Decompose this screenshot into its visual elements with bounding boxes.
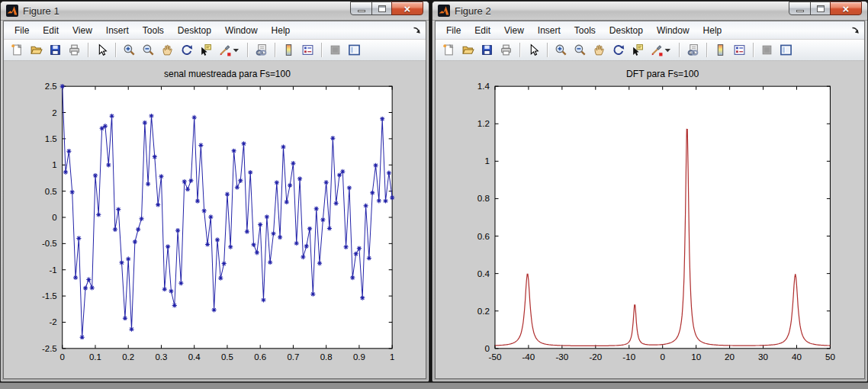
- zoom-out-button[interactable]: [139, 41, 157, 59]
- dropdown-caret-button[interactable]: [234, 41, 243, 59]
- menu-item-file[interactable]: File: [8, 22, 36, 39]
- svg-text:0.5: 0.5: [221, 352, 233, 362]
- svg-text:0.9: 0.9: [353, 352, 365, 362]
- link-plot-button[interactable]: [252, 41, 270, 59]
- dropdown-caret-button[interactable]: [666, 41, 674, 59]
- legend-button[interactable]: [730, 41, 748, 59]
- show-plot-tools-icon: [780, 43, 792, 56]
- chart-title: senal muestreada para Fs=100: [164, 69, 291, 79]
- svg-text:0: 0: [60, 352, 65, 362]
- menu-item-help[interactable]: Help: [265, 22, 297, 39]
- window-title: Figure 2: [455, 5, 491, 17]
- dropdown-caret-icon: [664, 43, 677, 56]
- maximize-button[interactable]: [810, 2, 831, 15]
- print-icon: [68, 43, 81, 56]
- toolbar-separator: [706, 43, 707, 57]
- save-button[interactable]: [46, 41, 64, 59]
- svg-text:1.5: 1.5: [45, 134, 57, 143]
- zoom-out-button[interactable]: [571, 41, 589, 59]
- plot-background: [495, 86, 830, 349]
- arrow-cursor-button[interactable]: [92, 41, 111, 59]
- svg-text:0.2: 0.2: [477, 306, 490, 316]
- open-file-button[interactable]: [458, 41, 477, 59]
- menu-item-view[interactable]: View: [497, 22, 531, 39]
- open-file-icon: [461, 43, 474, 56]
- menu-item-tools[interactable]: Tools: [567, 22, 603, 39]
- menu-item-edit[interactable]: Edit: [468, 22, 497, 39]
- window-controls: ×: [351, 2, 423, 15]
- legend-icon: [733, 43, 746, 56]
- menu-item-help[interactable]: Help: [696, 22, 729, 39]
- minimize-button[interactable]: [350, 2, 372, 15]
- show-plot-tools-button[interactable]: [345, 41, 363, 59]
- menu-item-tools[interactable]: Tools: [136, 22, 171, 39]
- print-button[interactable]: [65, 41, 83, 59]
- svg-text:-1.5: -1.5: [42, 291, 57, 301]
- figure1-window: Figure 1 × FileEditViewInsertToolsDeskto…: [0, 1, 429, 382]
- menu-item-desktop[interactable]: Desktop: [171, 22, 218, 39]
- rotate-3d-button[interactable]: [177, 41, 195, 59]
- close-button[interactable]: ×: [830, 2, 862, 15]
- save-button[interactable]: [477, 41, 496, 59]
- svg-text:0.2: 0.2: [122, 352, 134, 362]
- rotate-3d-icon: [612, 43, 625, 56]
- menu-item-insert[interactable]: Insert: [531, 22, 567, 39]
- figure1-titlebar[interactable]: Figure 1 ×: [1, 2, 429, 21]
- svg-text:0.8: 0.8: [320, 352, 333, 362]
- maximize-button[interactable]: [371, 2, 392, 15]
- menu-item-view[interactable]: View: [66, 22, 99, 39]
- minimize-icon: [358, 10, 365, 12]
- data-cursor-button[interactable]: [628, 41, 646, 59]
- menu-item-insert[interactable]: Insert: [99, 22, 136, 39]
- svg-text:0.1: 0.1: [89, 352, 101, 362]
- svg-text:0.6: 0.6: [254, 352, 266, 362]
- rotate-3d-icon: [180, 43, 193, 56]
- show-plot-tools-button[interactable]: [776, 41, 795, 59]
- toolbar-separator: [247, 43, 248, 57]
- link-plot-button[interactable]: [683, 41, 702, 59]
- hide-plot-tools-icon: [329, 43, 342, 56]
- save-icon: [49, 43, 62, 56]
- dft-plot-axes[interactable]: -50-40-30-20-100102030405000.20.40.60.81…: [436, 61, 864, 378]
- svg-text:2.5: 2.5: [45, 82, 57, 91]
- menu-overflow-icon[interactable]: [412, 25, 422, 35]
- close-button[interactable]: ×: [391, 2, 423, 15]
- pan-hand-button[interactable]: [590, 41, 608, 59]
- menu-overflow-icon[interactable]: [850, 25, 860, 35]
- signal-plot-axes[interactable]: 00.10.20.30.40.50.60.70.80.91-2.5-2-1.5-…: [4, 61, 426, 378]
- colorbar-button[interactable]: [279, 41, 297, 59]
- svg-text:1: 1: [390, 352, 394, 362]
- legend-icon: [301, 43, 314, 56]
- colorbar-button[interactable]: [711, 41, 729, 59]
- legend-button[interactable]: [298, 41, 317, 59]
- open-file-button[interactable]: [27, 41, 45, 59]
- brush-button[interactable]: [215, 41, 233, 59]
- pan-hand-button[interactable]: [158, 41, 176, 59]
- zoom-in-button[interactable]: [551, 41, 570, 59]
- brush-button[interactable]: [647, 41, 665, 59]
- menu-item-desktop[interactable]: Desktop: [603, 22, 650, 39]
- zoom-in-button[interactable]: [120, 41, 138, 59]
- svg-text:40: 40: [792, 352, 802, 362]
- arrow-cursor-button[interactable]: [524, 41, 542, 59]
- menu-item-file[interactable]: File: [439, 22, 468, 39]
- data-cursor-icon: [199, 43, 212, 56]
- new-file-button[interactable]: [439, 41, 458, 59]
- data-cursor-button[interactable]: [196, 41, 214, 59]
- svg-text:0: 0: [52, 213, 56, 222]
- svg-text:1: 1: [52, 160, 56, 169]
- minimize-button[interactable]: [789, 2, 811, 15]
- menu-item-window[interactable]: Window: [218, 22, 265, 39]
- print-button[interactable]: [497, 41, 515, 59]
- menu-item-window[interactable]: Window: [650, 22, 696, 39]
- svg-text:0.7: 0.7: [287, 352, 299, 362]
- new-file-button[interactable]: [8, 41, 26, 59]
- rotate-3d-button[interactable]: [609, 41, 627, 59]
- hide-plot-tools-button[interactable]: [757, 41, 776, 59]
- svg-text:-10: -10: [622, 352, 635, 362]
- hide-plot-tools-button[interactable]: [326, 41, 344, 59]
- figure2-titlebar[interactable]: Figure 2 ×: [432, 2, 867, 21]
- menu-item-edit[interactable]: Edit: [36, 22, 66, 39]
- matlab-logo-icon: [6, 5, 18, 17]
- svg-text:-1: -1: [50, 265, 57, 275]
